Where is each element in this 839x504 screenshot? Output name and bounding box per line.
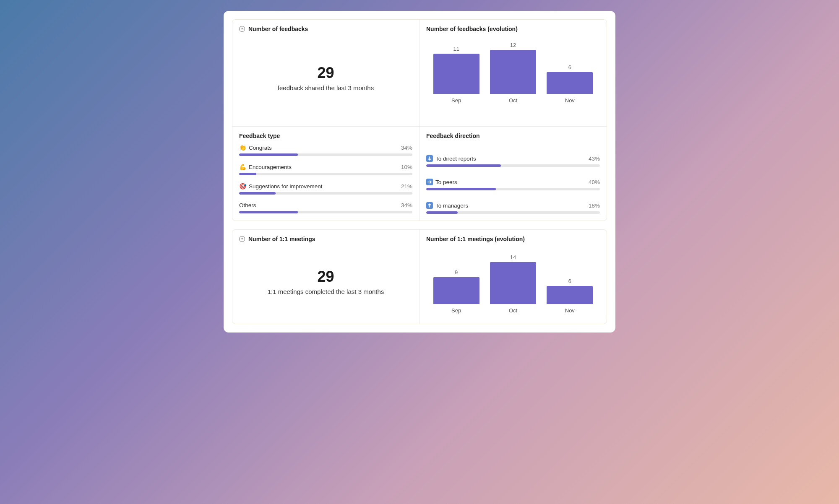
panel-header: ? Number of 1:1 meetings xyxy=(239,236,412,242)
progress-label-text: Others xyxy=(239,202,256,208)
help-icon[interactable]: ? xyxy=(239,26,245,32)
bar-value-label: 14 xyxy=(510,254,516,260)
bar-chart-feedbacks: 11Sep12Oct6Nov xyxy=(426,36,600,104)
progress-track xyxy=(426,188,600,190)
section-feedbacks: ? Number of feedbacks 29 feedback shared… xyxy=(232,19,607,221)
progress-row: To direct reports43% xyxy=(426,155,600,167)
section-meetings: ? Number of 1:1 meetings 29 1:1 meetings… xyxy=(232,229,607,324)
progress-fill xyxy=(239,173,256,175)
progress-track xyxy=(239,153,412,156)
bar-rect xyxy=(433,54,479,94)
panel-num-meetings: ? Number of 1:1 meetings 29 1:1 meetings… xyxy=(232,230,420,324)
panel-title: Number of feedbacks xyxy=(248,26,308,32)
progress-label-text: Encouragements xyxy=(249,164,292,170)
arrow-down-icon xyxy=(426,155,433,162)
progress-fill xyxy=(239,192,276,195)
progress-percent: 34% xyxy=(401,202,412,208)
panel-title: Number of 1:1 meetings xyxy=(248,236,315,242)
bar-category-label: Sep xyxy=(451,97,461,104)
panel-title: Feedback direction xyxy=(426,132,480,139)
bar-value-label: 12 xyxy=(510,42,516,48)
bar-value-label: 11 xyxy=(453,46,459,52)
progress-label: Others xyxy=(239,202,256,208)
progress-label: To peers xyxy=(426,179,457,185)
progress-head: 🎯Suggestions for improvement21% xyxy=(239,183,412,190)
dashboard-card: ? Number of feedbacks 29 feedback shared… xyxy=(224,11,615,333)
progress-label: 🎯Suggestions for improvement xyxy=(239,183,323,190)
bar-column: 11Sep xyxy=(431,46,482,104)
kpi-block: 29 1:1 meetings completed the last 3 mon… xyxy=(239,246,412,317)
panel-header: Number of feedbacks (evolution) xyxy=(426,26,600,32)
kpi-value: 29 xyxy=(317,64,334,82)
progress-track xyxy=(239,173,412,175)
panel-num-feedbacks: ? Number of feedbacks 29 feedback shared… xyxy=(232,20,420,127)
panel-header: Feedback type xyxy=(239,132,412,139)
panel-feedback-direction: Feedback direction To direct reports43%T… xyxy=(420,127,607,221)
bar-rect xyxy=(490,262,536,304)
progress-label-text: To peers xyxy=(435,179,457,185)
progress-head: To direct reports43% xyxy=(426,155,600,162)
progress-row: 🎯Suggestions for improvement21% xyxy=(239,183,412,195)
arrow-right-icon xyxy=(426,179,433,185)
panel-feedbacks-evolution: Number of feedbacks (evolution) 11Sep12O… xyxy=(420,20,607,127)
help-icon[interactable]: ? xyxy=(239,236,245,242)
progress-list: 👏Congrats34%💪Encouragements10%🎯Suggestio… xyxy=(239,144,412,213)
bar-chart-meetings: 9Sep14Oct6Nov xyxy=(426,247,600,314)
progress-label: To direct reports xyxy=(426,155,476,162)
emoji-icon: 🎯 xyxy=(239,183,246,190)
progress-label-text: Congrats xyxy=(249,145,272,151)
bar-rect xyxy=(547,72,593,94)
progress-row: Others34% xyxy=(239,202,412,213)
progress-percent: 21% xyxy=(401,183,412,190)
bar-category-label: Oct xyxy=(509,97,517,104)
progress-label: To managers xyxy=(426,202,468,209)
bar-column: 6Nov xyxy=(544,278,595,314)
progress-track xyxy=(426,211,600,214)
progress-fill xyxy=(426,188,496,190)
panel-header: Feedback direction xyxy=(426,132,600,139)
progress-label-text: Suggestions for improvement xyxy=(249,183,323,190)
bar-column: 14Oct xyxy=(487,254,539,314)
bar-column: 9Sep xyxy=(431,269,482,314)
progress-percent: 40% xyxy=(589,179,600,185)
progress-row: 👏Congrats34% xyxy=(239,144,412,156)
progress-track xyxy=(239,192,412,195)
progress-percent: 43% xyxy=(589,156,600,162)
progress-percent: 10% xyxy=(401,164,412,170)
kpi-block: 29 feedback shared the last 3 months xyxy=(239,36,412,120)
emoji-icon: 💪 xyxy=(239,164,246,170)
bar-category-label: Nov xyxy=(565,307,575,314)
emoji-icon: 👏 xyxy=(239,144,246,151)
progress-row: 💪Encouragements10% xyxy=(239,164,412,175)
progress-label-text: To managers xyxy=(435,203,468,209)
panel-title: Number of feedbacks (evolution) xyxy=(426,26,518,32)
bar-rect xyxy=(490,50,536,94)
progress-fill xyxy=(239,153,298,156)
bar-rect xyxy=(547,286,593,304)
progress-head: 👏Congrats34% xyxy=(239,144,412,151)
kpi-value: 29 xyxy=(317,268,334,286)
progress-row: To managers18% xyxy=(426,202,600,214)
panel-meetings-evolution: Number of 1:1 meetings (evolution) 9Sep1… xyxy=(420,230,607,324)
panel-title: Feedback type xyxy=(239,132,280,139)
progress-label: 👏Congrats xyxy=(239,144,272,151)
progress-row: To peers40% xyxy=(426,179,600,190)
arrow-up-icon xyxy=(426,202,433,209)
bar-column: 6Nov xyxy=(544,64,595,104)
bar-category-label: Sep xyxy=(451,307,461,314)
progress-label-text: To direct reports xyxy=(435,156,476,162)
progress-percent: 34% xyxy=(401,145,412,151)
bar-value-label: 6 xyxy=(568,278,571,284)
bar-column: 12Oct xyxy=(487,42,539,104)
progress-percent: 18% xyxy=(589,203,600,209)
progress-fill xyxy=(239,211,298,213)
progress-track xyxy=(426,164,600,167)
progress-fill xyxy=(426,164,501,167)
panel-header: Number of 1:1 meetings (evolution) xyxy=(426,236,600,242)
bar-category-label: Oct xyxy=(509,307,517,314)
bar-rect xyxy=(433,277,479,304)
progress-head: Others34% xyxy=(239,202,412,208)
progress-fill xyxy=(426,211,458,214)
bar-category-label: Nov xyxy=(565,97,575,104)
progress-label: 💪Encouragements xyxy=(239,164,292,170)
